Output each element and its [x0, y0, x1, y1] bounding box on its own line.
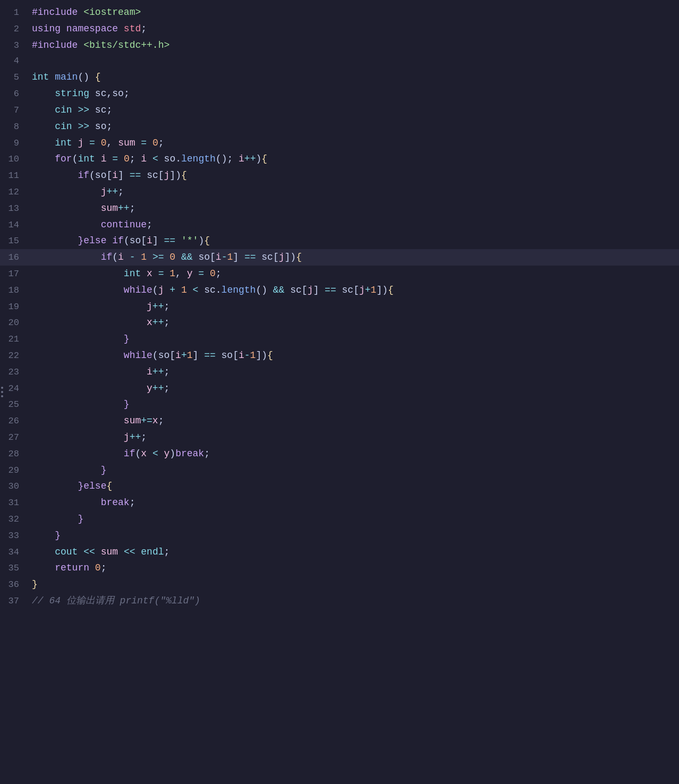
line-number-35: 35 [0, 561, 28, 575]
code-editor: 1 #include <iostream> 2 using namespace … [0, 0, 679, 784]
line-content-2: using namespace std; [28, 21, 679, 37]
line-content-3: #include <bits/stdc++.h> [28, 38, 679, 53]
line-content-32: } [28, 512, 679, 527]
line-number-28: 28 [0, 447, 28, 461]
line-number-15: 15 [0, 234, 28, 248]
line-content-19: j++; [28, 299, 679, 314]
code-line-5: 5 int main() { [0, 69, 679, 86]
line-number-34: 34 [0, 545, 28, 559]
code-line-19: 19 j++; [0, 299, 679, 315]
code-line-1: 1 #include <iostream> [0, 4, 679, 21]
line-number-7: 7 [0, 103, 28, 117]
line-number-4: 4 [0, 54, 28, 68]
line-number-20: 20 [0, 316, 28, 330]
code-line-21: 21 } [0, 331, 679, 347]
code-line-28: 28 if(x < y)break; [0, 446, 679, 462]
line-content-8: cin >> so; [28, 119, 679, 134]
code-line-6: 6 string sc,so; [0, 86, 679, 102]
line-number-30: 30 [0, 479, 28, 493]
line-content-16: if(i - 1 >= 0 && so[i-1] == sc[j]){ [28, 250, 679, 265]
code-line-15: 15 }else if(so[i] == '*'){ [0, 233, 679, 249]
code-line-2: 2 using namespace std; [0, 21, 679, 37]
line-number-2: 2 [0, 22, 28, 36]
code-line-17: 17 int x = 1, y = 0; [0, 266, 679, 282]
line-number-26: 26 [0, 414, 28, 428]
line-content-1: #include <iostream> [28, 5, 679, 20]
code-line-18: 18 while(j + 1 < sc.length() && sc[j] ==… [0, 282, 679, 299]
code-line-36: 36 } [0, 576, 679, 593]
code-line-37: 37 // 64 位输出请用 printf("%lld") [0, 593, 679, 609]
code-line-3: 3 #include <bits/stdc++.h> [0, 37, 679, 54]
line-content-34: cout << sum << endl; [28, 544, 679, 560]
line-number-14: 14 [0, 218, 28, 232]
line-number-8: 8 [0, 120, 28, 134]
sidebar-dot [1, 387, 3, 389]
code-line-32: 32 } [0, 511, 679, 527]
line-number-22: 22 [0, 348, 28, 363]
line-number-11: 11 [0, 168, 28, 183]
line-content-36: } [28, 577, 679, 592]
code-line-7: 7 cin >> sc; [0, 102, 679, 118]
line-content-12: j++; [28, 184, 679, 200]
line-number-10: 10 [0, 152, 28, 166]
code-line-20: 20 x++; [0, 314, 679, 331]
line-number-21: 21 [0, 332, 28, 346]
code-line-9: 9 int j = 0, sum = 0; [0, 135, 679, 151]
line-number-6: 6 [0, 87, 28, 101]
line-content-17: int x = 1, y = 0; [28, 266, 679, 282]
code-line-31: 31 break; [0, 495, 679, 511]
line-content-10: for(int i = 0; i < so.length(); i++){ [28, 151, 679, 167]
code-line-16: 16 if(i - 1 >= 0 && so[i-1] == sc[j]){ [0, 249, 679, 266]
line-content-18: while(j + 1 < sc.length() && sc[j] == sc… [28, 283, 679, 298]
code-line-8: 8 cin >> so; [0, 118, 679, 135]
code-line-10: 10 for(int i = 0; i < so.length(); i++){ [0, 151, 679, 167]
line-number-3: 3 [0, 38, 28, 53]
line-content-31: break; [28, 495, 679, 510]
line-number-18: 18 [0, 283, 28, 297]
line-content-22: while(so[i+1] == so[i-1]){ [28, 348, 679, 363]
line-number-36: 36 [0, 577, 28, 592]
code-line-23: 23 i++; [0, 364, 679, 380]
code-line-14: 14 continue; [0, 217, 679, 233]
code-line-22: 22 while(so[i+1] == so[i-1]){ [0, 347, 679, 364]
code-line-34: 34 cout << sum << endl; [0, 544, 679, 560]
code-line-13: 13 sum++; [0, 200, 679, 217]
line-number-1: 1 [0, 5, 28, 20]
sidebar-indicator [0, 385, 4, 399]
line-number-19: 19 [0, 300, 28, 314]
line-content-11: if(so[i] == sc[j]){ [28, 168, 679, 183]
line-content-33: } [28, 528, 679, 543]
line-content-5: int main() { [28, 70, 679, 85]
line-content-24: y++; [28, 381, 679, 396]
code-line-27: 27 j++; [0, 429, 679, 446]
line-content-29: } [28, 463, 679, 478]
line-number-37: 37 [0, 594, 28, 608]
line-content-14: continue; [28, 217, 679, 233]
code-line-26: 26 sum+=x; [0, 413, 679, 429]
code-line-25: 25 } [0, 396, 679, 413]
line-number-13: 13 [0, 201, 28, 216]
line-number-23: 23 [0, 365, 28, 379]
code-line-30: 30 }else{ [0, 478, 679, 495]
line-content-9: int j = 0, sum = 0; [28, 135, 679, 151]
line-content-30: }else{ [28, 479, 679, 494]
line-number-31: 31 [0, 496, 28, 510]
line-number-27: 27 [0, 430, 28, 445]
line-number-32: 32 [0, 512, 28, 526]
code-line-4: 4 [0, 53, 679, 69]
code-line-12: 12 j++; [0, 184, 679, 200]
sidebar-dot [1, 395, 3, 397]
code-line-35: 35 return 0; [0, 560, 679, 576]
line-content-7: cin >> sc; [28, 103, 679, 118]
code-line-24: 24 y++; [0, 380, 679, 397]
line-content-20: x++; [28, 315, 679, 330]
line-content-13: sum++; [28, 201, 679, 216]
code-line-29: 29 } [0, 462, 679, 479]
line-number-33: 33 [0, 529, 28, 543]
line-content-27: j++; [28, 430, 679, 445]
sidebar-dot [1, 391, 3, 393]
line-content-15: }else if(so[i] == '*'){ [28, 233, 679, 249]
line-content-35: return 0; [28, 560, 679, 576]
code-line-11: 11 if(so[i] == sc[j]){ [0, 167, 679, 184]
line-content-28: if(x < y)break; [28, 446, 679, 462]
